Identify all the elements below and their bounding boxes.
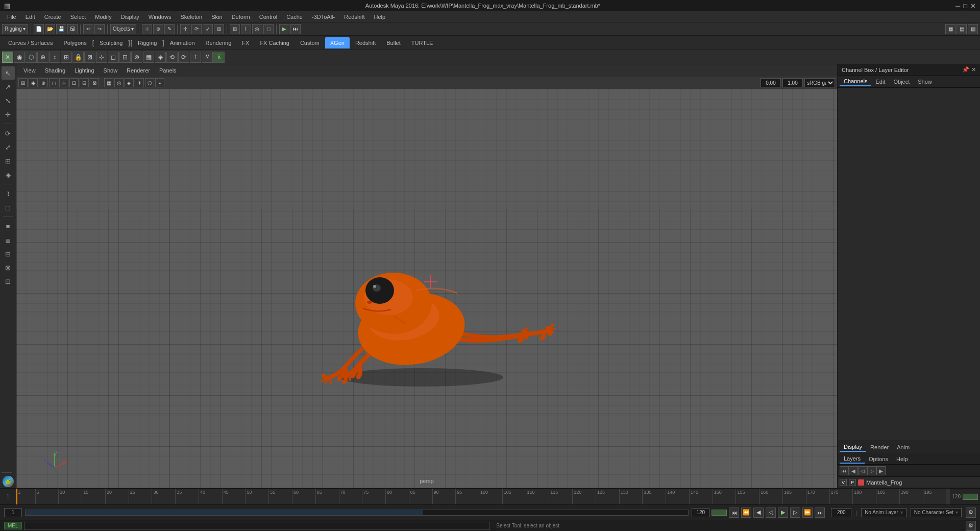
layers-btn-4[interactable]: ▷ xyxy=(867,466,876,475)
vp-btn-3[interactable]: ⊕ xyxy=(39,78,48,87)
lasso-button[interactable]: ⊗ xyxy=(153,24,163,34)
layers-btn-3[interactable]: ◁ xyxy=(858,466,867,475)
icon10-btn[interactable]: ◻ xyxy=(108,52,119,63)
snap-curve-button[interactable]: ⌇ xyxy=(241,24,251,34)
tab-layers[interactable]: Layers xyxy=(840,454,865,464)
mode-dropdown[interactable]: Rigging ▾ xyxy=(2,24,28,34)
select-tool-button[interactable]: ⊹ xyxy=(142,24,152,34)
save-scene-button[interactable]: 💾 xyxy=(56,24,66,34)
move-tool-side[interactable]: ✛ xyxy=(2,108,15,121)
menu-edit[interactable]: Edit xyxy=(21,13,39,21)
max-frame-input[interactable] xyxy=(831,508,851,517)
layer-vis-p[interactable]: P xyxy=(849,479,856,486)
close-button[interactable]: ✕ xyxy=(970,2,976,10)
select-tool-side[interactable]: ↖ xyxy=(2,66,15,80)
render-sequence-button[interactable]: ⏭ xyxy=(290,24,301,34)
play-back-button[interactable]: ◁ xyxy=(766,508,776,518)
icon15-btn[interactable]: ⟲ xyxy=(166,52,178,63)
tab-object[interactable]: Object xyxy=(889,78,914,86)
snap-tool-1[interactable]: ≡ xyxy=(2,220,15,233)
vp-menu-shading[interactable]: Shading xyxy=(41,66,69,75)
icon5-btn[interactable]: ↕ xyxy=(49,52,60,63)
right-panel-btn-3[interactable]: ▧ xyxy=(968,24,978,34)
tab-sculpting[interactable]: Sculpting xyxy=(94,37,128,49)
prev-frame-button[interactable]: ◀ xyxy=(753,508,764,518)
eye-icon-btn[interactable]: ◉ xyxy=(14,52,25,63)
snap-tool-2[interactable]: ≣ xyxy=(2,233,15,247)
vp-grid-btn[interactable]: ▦ xyxy=(104,78,113,87)
right-panel-close-icon[interactable]: ✕ xyxy=(971,66,976,73)
layers-btn-1[interactable]: ⏮ xyxy=(840,466,849,475)
vp-menu-lighting[interactable]: Lighting xyxy=(70,66,99,75)
icon16-btn[interactable]: ⟳ xyxy=(178,52,189,63)
vp-menu-show[interactable]: Show xyxy=(100,66,122,75)
icon19-btn[interactable]: ⊼ xyxy=(213,52,225,63)
tab-xgen[interactable]: XGen xyxy=(325,37,350,49)
tab-options[interactable]: Options xyxy=(865,455,892,463)
menu-skin[interactable]: Skin xyxy=(207,13,226,21)
status-settings-button[interactable]: ⚙ xyxy=(966,521,976,531)
paint-button[interactable]: ✎ xyxy=(164,24,175,34)
icon17-btn[interactable]: ⊺ xyxy=(190,52,201,63)
manip-tool[interactable]: ⊞ xyxy=(2,154,15,167)
snap-surface-button[interactable]: ◻ xyxy=(263,24,274,34)
tab-channels[interactable]: Channels xyxy=(840,77,871,86)
vp-aa-btn[interactable]: ⌁ xyxy=(155,78,164,87)
vp-btn-4[interactable]: ◻ xyxy=(49,78,58,87)
lasso-tool[interactable]: ⤡ xyxy=(2,94,15,107)
layer-item-mantella-frog[interactable]: V P Mantella_Frog xyxy=(838,477,980,488)
menu-skeleton[interactable]: Skeleton xyxy=(176,13,206,21)
layers-btn-5[interactable]: ▶ xyxy=(876,466,886,475)
icon9-btn[interactable]: ⊹ xyxy=(96,52,107,63)
range-end-input[interactable] xyxy=(692,508,709,517)
rotate-tool-side[interactable]: ⟳ xyxy=(2,127,15,140)
play-forward-button[interactable]: ▶ xyxy=(778,508,788,518)
layers-btn-2[interactable]: ◀ xyxy=(849,466,858,475)
jump-end-button[interactable]: ⏭ xyxy=(815,508,825,518)
tab-bullet[interactable]: Bullet xyxy=(381,37,406,49)
menu-redshift[interactable]: Redshift xyxy=(340,13,369,21)
tab-render[interactable]: Render xyxy=(866,443,893,451)
current-frame-input[interactable] xyxy=(4,508,22,517)
vp-btn-2[interactable]: ◉ xyxy=(29,78,38,87)
tab-fx[interactable]: FX xyxy=(237,37,254,49)
menu-create[interactable]: Create xyxy=(40,13,65,21)
titlebar-controls[interactable]: ─ □ ✕ xyxy=(955,2,976,10)
menu-control[interactable]: Control xyxy=(255,13,281,21)
tab-rendering[interactable]: Rendering xyxy=(201,37,237,49)
next-key-button[interactable]: ⏩ xyxy=(802,508,813,518)
menu-windows[interactable]: Windows xyxy=(144,13,176,21)
vp-menu-view[interactable]: View xyxy=(19,66,40,75)
icon13-btn[interactable]: ▦ xyxy=(143,52,154,63)
icon7-btn[interactable]: 🔒 xyxy=(72,52,84,63)
redo-button[interactable]: ↪ xyxy=(94,24,105,34)
icon14-btn[interactable]: ◈ xyxy=(155,52,166,63)
objects-dropdown[interactable]: Objects ▾ xyxy=(110,24,136,34)
mel-label[interactable]: MEL xyxy=(4,522,22,529)
right-panel-btn-2[interactable]: ▤ xyxy=(957,24,967,34)
render-button[interactable]: ▶ xyxy=(279,24,289,34)
snap-tool-4[interactable]: ⊠ xyxy=(2,261,15,274)
move-tool-button[interactable]: ✛ xyxy=(180,24,190,34)
vp-btn-8[interactable]: ⊠ xyxy=(90,78,99,87)
tab-custom[interactable]: Custom xyxy=(295,37,325,49)
icon12-btn[interactable]: ⊗ xyxy=(131,52,142,63)
vp-light-btn[interactable]: ☀ xyxy=(135,78,144,87)
layer-vis-v[interactable]: V xyxy=(840,479,847,486)
playback-settings-button[interactable]: ⚙ xyxy=(966,508,976,518)
menu-select[interactable]: Select xyxy=(66,13,90,21)
icon8-btn[interactable]: ⊠ xyxy=(84,52,95,63)
selection-icon-btn[interactable]: ✕ xyxy=(2,52,13,63)
tab-polygons[interactable]: Polygons xyxy=(58,37,91,49)
undo-button[interactable]: ↩ xyxy=(83,24,93,34)
new-scene-button[interactable]: 📄 xyxy=(34,24,44,34)
icon4-btn[interactable]: ⊕ xyxy=(37,52,48,63)
icon18-btn[interactable]: ⊻ xyxy=(202,52,213,63)
vp-btn-5[interactable]: ⊹ xyxy=(59,78,68,87)
mesh-icon-btn[interactable]: ⬡ xyxy=(26,52,37,63)
snap-point-button[interactable]: ◎ xyxy=(252,24,262,34)
mel-input[interactable] xyxy=(24,522,491,530)
tab-animation[interactable]: Animation xyxy=(165,37,200,49)
surface-tool[interactable]: ◻ xyxy=(2,201,15,214)
menu-display[interactable]: Display xyxy=(117,13,143,21)
